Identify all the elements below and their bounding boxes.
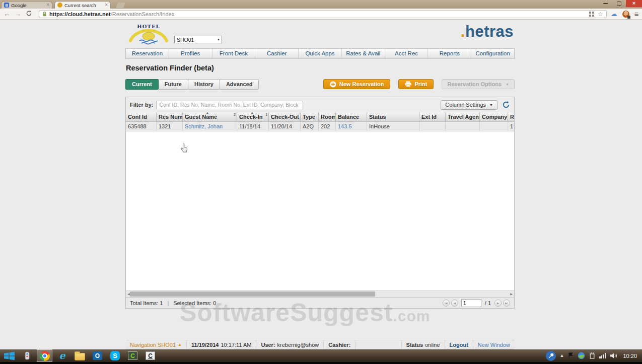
page-number-input[interactable]	[461, 299, 481, 307]
new-window-link[interactable]: New Window	[473, 340, 515, 349]
column-header-company[interactable]: Company	[480, 112, 508, 121]
flag-icon[interactable]	[568, 352, 574, 359]
chrome-taskbar-button[interactable]	[37, 349, 52, 362]
column-header-ext-id[interactable]: Ext Id	[419, 112, 446, 121]
column-header-check-in[interactable]: Check-In▲1	[237, 112, 269, 121]
nav-item-configuration[interactable]: Configuration	[471, 49, 514, 58]
column-label: Ext Id	[421, 114, 437, 120]
volume-icon[interactable]	[610, 352, 617, 359]
app-status-bar: Navigation SHO01 ▲ 11/19/2014 10:17:11 A…	[125, 340, 515, 349]
start-taskbar-button[interactable]	[2, 349, 17, 362]
column-label: Balance	[338, 114, 359, 120]
watermark-suffix: .com	[393, 308, 430, 324]
refresh-icon[interactable]	[502, 101, 510, 109]
table-row[interactable]: 6354881321Schmitz, Johan11/18/1411/20/14…	[126, 122, 514, 131]
tab-close-icon[interactable]: ×	[46, 3, 49, 8]
new-reservation-button[interactable]: New Reservation	[323, 79, 391, 89]
outlook-taskbar-button[interactable]: O	[90, 349, 105, 362]
scrollbar-thumb[interactable]	[130, 292, 375, 297]
column-header-rm[interactable]: Rm	[508, 112, 514, 121]
cell-res-num: 1321	[157, 122, 183, 131]
internet-explorer-taskbar-button[interactable]: e	[54, 349, 70, 362]
tiles-icon[interactable]	[589, 12, 594, 17]
nav-item-cashier[interactable]: Cashier	[255, 49, 299, 58]
column-header-guest-name[interactable]: Guest Name▲2	[183, 112, 237, 121]
print-button[interactable]: Print	[398, 79, 434, 89]
reload-icon[interactable]	[26, 10, 32, 18]
bookmark-star-icon[interactable]: ☆	[598, 11, 603, 17]
internet-explorer-icon: e	[59, 351, 65, 360]
close-button[interactable]: ×	[626, 0, 642, 7]
wrench-icon[interactable]	[546, 351, 556, 361]
navigation-toggle[interactable]: Navigation SHO01 ▲	[125, 340, 187, 349]
url-bar[interactable]: https://cloud.hetras.net/ReservationSear…	[39, 10, 607, 18]
nav-item-front-desk[interactable]: Front Desk	[212, 49, 256, 58]
scroll-right-icon[interactable]: ▶	[509, 291, 514, 297]
cloud-extension-icon[interactable]: ☁	[611, 11, 617, 17]
nav-item-reservation[interactable]: Reservation	[126, 49, 169, 58]
nav-item-reports[interactable]: Reports	[428, 49, 471, 58]
view-tab-advanced[interactable]: Advanced	[220, 79, 259, 90]
column-header-conf-id[interactable]: Conf Id	[126, 112, 157, 121]
grid-body: 6354881321Schmitz, Johan11/18/1411/20/14…	[126, 122, 514, 290]
date-value: 11/19/2014	[191, 342, 219, 348]
filter-input[interactable]	[156, 101, 303, 109]
first-page-icon[interactable]: |◀	[443, 300, 450, 307]
column-header-room[interactable]: Room	[319, 112, 336, 121]
file-explorer-icon	[75, 353, 85, 360]
reservation-options-button[interactable]: Reservation Options ▼	[442, 79, 515, 89]
nav-item-acct-rec[interactable]: Acct Rec	[385, 49, 429, 58]
minimize-button[interactable]	[599, 0, 612, 7]
hidden-icons-icon[interactable]: ▲	[560, 353, 564, 358]
back-icon[interactable]: ←	[4, 11, 10, 17]
profile-avatar[interactable]	[622, 11, 629, 18]
last-page-icon[interactable]: ▶|	[503, 300, 510, 307]
print-label: Print	[414, 81, 427, 87]
browser-menu-icon[interactable]: ≡	[634, 11, 638, 18]
new-tab-button[interactable]	[116, 3, 125, 8]
view-tab-future[interactable]: Future	[158, 79, 188, 90]
grid-header: Conf IdRes NumGuest Name▲2Check-In▲1Chec…	[126, 112, 514, 122]
column-label: Type	[303, 114, 315, 120]
previous-page-icon[interactable]: ◀	[451, 300, 458, 307]
cell-guest-name[interactable]: Schmitz, Johan	[183, 122, 237, 131]
browser-tab-google[interactable]: gGoogle×	[1, 1, 52, 9]
start-icon	[4, 351, 15, 361]
network-icon[interactable]	[578, 352, 585, 359]
battery-icon[interactable]	[589, 352, 595, 359]
column-header-status[interactable]: Status	[367, 112, 419, 121]
tab-close-icon[interactable]: ×	[105, 3, 108, 8]
app-c-dark-taskbar-button[interactable]: C	[125, 349, 140, 362]
taskbar-clock[interactable]: 10:20	[623, 353, 637, 359]
app-c-light-taskbar-button[interactable]: C	[142, 349, 158, 362]
column-label: Rm	[510, 114, 514, 120]
cell-room: 202	[319, 122, 336, 131]
forward-icon[interactable]: →	[15, 11, 21, 17]
column-header-check-out[interactable]: Check-Out	[269, 112, 301, 121]
column-header-travel-agent[interactable]: Travel Agent	[446, 112, 480, 121]
column-header-res-num[interactable]: Res Num	[157, 112, 183, 121]
file-explorer-taskbar-button[interactable]	[72, 349, 88, 362]
view-tab-history[interactable]: History	[188, 79, 220, 90]
nav-item-rates-avail[interactable]: Rates & Avail	[342, 49, 385, 58]
column-header-type[interactable]: Type	[301, 112, 319, 121]
browser-tab-current-search[interactable]: Current search×	[54, 1, 111, 9]
hetras-app: HOTEL SHO01 ▼ .hetras ReservationProfile…	[125, 20, 515, 349]
nav-item-profiles[interactable]: Profiles	[169, 49, 212, 58]
sort-order: 1	[265, 113, 267, 116]
horizontal-scrollbar[interactable]: ◀ ▶	[126, 290, 514, 297]
property-select[interactable]: SHO01 ▼	[174, 36, 222, 43]
maximize-button[interactable]	[612, 0, 626, 7]
skype-taskbar-button[interactable]: S	[107, 349, 123, 362]
logout-link[interactable]: Logout	[445, 340, 473, 349]
nav-item-quick-apps[interactable]: Quick Apps	[299, 49, 342, 58]
signal-icon[interactable]	[599, 353, 606, 358]
column-header-balance[interactable]: Balance	[336, 112, 367, 121]
orange-dot-favicon-icon	[57, 3, 62, 8]
column-settings-button[interactable]: Column Settings ▼	[441, 100, 497, 110]
remote-tool-taskbar-button[interactable]	[19, 349, 35, 362]
next-page-icon[interactable]: ▶	[494, 300, 502, 307]
view-tab-current[interactable]: Current	[125, 79, 159, 90]
cell-balance[interactable]: 143.5	[336, 122, 367, 131]
chrome-icon	[40, 351, 50, 361]
